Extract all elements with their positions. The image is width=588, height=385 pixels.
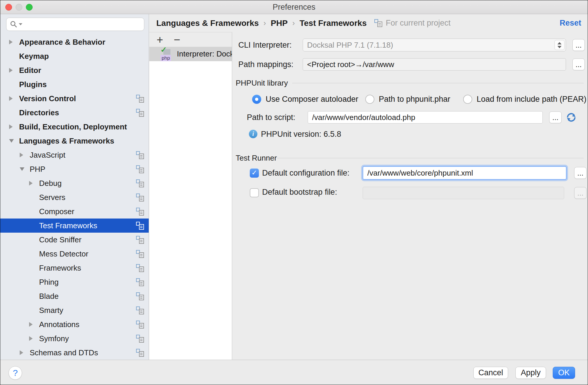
scope-indicator: For current project <box>374 19 451 28</box>
shared-settings-icon <box>136 250 144 258</box>
sidebar-item-debug[interactable]: Debug <box>0 176 149 190</box>
sidebar-item-label: Plugins <box>19 80 47 89</box>
minimize-window-icon[interactable] <box>16 4 22 11</box>
cli-interpreter-label: CLI Interpreter: <box>238 39 292 51</box>
reload-schema-icon[interactable] <box>565 111 577 123</box>
sidebar-item-label: JavaScript <box>30 151 65 160</box>
breadcrumb-item[interactable]: Test Frameworks <box>299 19 366 28</box>
current-project-icon <box>374 19 382 27</box>
reset-link[interactable]: Reset <box>559 19 581 28</box>
chevron-expanded-icon[interactable] <box>9 139 14 143</box>
cli-interpreter-browse-button[interactable]: ... <box>572 39 585 51</box>
sidebar-item-label: Debug <box>39 179 62 188</box>
default-bootstrap-field[interactable] <box>363 187 564 199</box>
sidebar-item-label: Blade <box>39 292 59 301</box>
sidebar-item-directories[interactable]: Directories <box>0 106 149 120</box>
default-configuration-browse-button[interactable]: ... <box>574 167 587 179</box>
chevron-collapsed-icon[interactable] <box>9 96 13 101</box>
sidebar-item-javascript[interactable]: JavaScript <box>0 148 149 162</box>
path-to-script-browse-button[interactable]: ... <box>549 111 562 123</box>
sidebar-item-label: Build, Execution, Deployment <box>19 122 127 131</box>
sidebar-item-label: Version Control <box>19 94 76 103</box>
sidebar-item-servers[interactable]: Servers <box>0 190 149 204</box>
search-options-caret-icon[interactable] <box>19 23 22 25</box>
sidebar-item-phing[interactable]: Phing <box>0 275 149 289</box>
radio-option-path-to-phpunit-phar[interactable]: Path to phpunit.phar <box>365 92 450 106</box>
cli-interpreter-value[interactable] <box>303 39 566 51</box>
radio-option-use-composer-autoloader[interactable]: Use Composer autoloader <box>252 92 358 106</box>
sidebar-item-frameworks[interactable]: Frameworks <box>0 261 149 275</box>
chevron-collapsed-icon[interactable] <box>20 153 23 157</box>
sidebar-item-languages-frameworks[interactable]: Languages & Frameworks <box>0 134 149 148</box>
sidebar-item-editor[interactable]: Editor <box>0 63 149 77</box>
sidebar-item-annotations[interactable]: Annotations <box>0 317 149 331</box>
sidebar-item-appearance-behavior[interactable]: Appearance & Behavior <box>0 35 149 49</box>
sidebar-item-keymap[interactable]: Keymap <box>0 49 149 63</box>
remove-button[interactable]: − <box>174 34 180 46</box>
radio-unselected-icon[interactable] <box>463 95 472 104</box>
path-mappings-field[interactable] <box>303 58 566 71</box>
interpreter-list-item[interactable]: ✓php Interpreter: Docks <box>149 47 232 61</box>
default-bootstrap-checkbox[interactable]: ✓ <box>250 188 259 197</box>
default-configuration-label: Default configuration file: <box>262 166 349 180</box>
phpunit-version-row: i PHPUnit version: 6.5.8 <box>232 128 588 140</box>
info-icon: i <box>249 130 257 138</box>
shared-settings-icon <box>136 335 144 343</box>
default-bootstrap-row: ✓ Default bootstrap file: ... <box>232 185 588 199</box>
search-input[interactable] <box>25 20 140 29</box>
help-button[interactable]: ? <box>9 366 22 380</box>
phpunit-library-section: PHPUnit library <box>232 76 588 89</box>
sidebar-item-code-sniffer[interactable]: Code Sniffer <box>0 233 149 247</box>
sidebar-item-build-execution-deployment[interactable]: Build, Execution, Deployment <box>0 120 149 134</box>
shared-settings-icon <box>136 264 144 272</box>
sidebar-item-label: Servers <box>39 193 66 202</box>
sidebar-item-version-control[interactable]: Version Control <box>0 91 149 106</box>
path-to-script-field[interactable] <box>308 111 543 124</box>
breadcrumb-item[interactable]: PHP <box>271 19 288 28</box>
search-field[interactable] <box>6 18 144 31</box>
close-window-icon[interactable] <box>5 4 12 11</box>
radio-option-load-from-include-path-pear[interactable]: Load from include path (PEAR) <box>463 92 587 106</box>
ok-button[interactable]: OK <box>553 367 575 379</box>
default-configuration-row: ✓ Default configuration file: ... <box>232 166 588 180</box>
combobox-stepper-icon[interactable] <box>555 40 564 50</box>
sidebar-item-symfony[interactable]: Symfony <box>0 331 149 346</box>
chevron-collapsed-icon[interactable] <box>9 68 13 73</box>
settings-sidebar: Appearance & BehaviorKeymapEditorPlugins… <box>0 14 149 360</box>
default-configuration-checkbox[interactable]: ✓ <box>250 169 259 178</box>
path-mappings-browse-button[interactable]: ... <box>572 59 585 70</box>
sidebar-item-schemas-and-dtds[interactable]: Schemas and DTDs <box>0 346 149 360</box>
settings-header: Languages & Frameworks › PHP › Test Fram… <box>149 14 588 32</box>
default-configuration-field[interactable] <box>363 166 567 180</box>
sidebar-item-smarty[interactable]: Smarty <box>0 303 149 317</box>
breadcrumb-item[interactable]: Languages & Frameworks <box>156 19 259 28</box>
add-button[interactable]: + <box>157 34 163 46</box>
sidebar-item-composer[interactable]: Composer <box>0 204 149 219</box>
sidebar-item-mess-detector[interactable]: Mess Detector <box>0 247 149 261</box>
sidebar-item-test-frameworks[interactable]: Test Frameworks <box>0 219 149 233</box>
cli-interpreter-combobox[interactable] <box>303 39 566 51</box>
chevron-collapsed-icon[interactable] <box>29 181 33 186</box>
phpunit-library-radio-group: Use Composer autoloaderPath to phpunit.p… <box>232 92 588 106</box>
chevron-collapsed-icon[interactable] <box>9 40 13 44</box>
chevron-expanded-icon[interactable] <box>20 167 24 171</box>
apply-button[interactable]: Apply <box>515 367 546 379</box>
sidebar-item-php[interactable]: PHP <box>0 162 149 176</box>
sidebar-item-label: Mess Detector <box>39 249 88 259</box>
chevron-collapsed-icon[interactable] <box>29 322 33 327</box>
cancel-button[interactable]: Cancel <box>473 367 508 379</box>
sidebar-item-plugins[interactable]: Plugins <box>0 77 149 91</box>
zoom-window-icon[interactable] <box>26 4 33 11</box>
sidebar-item-label: Phing <box>39 278 59 287</box>
shared-settings-icon <box>136 349 144 357</box>
radio-selected-icon[interactable] <box>252 95 261 104</box>
radio-unselected-icon[interactable] <box>365 95 374 104</box>
chevron-collapsed-icon[interactable] <box>20 350 23 355</box>
section-divider <box>277 158 584 158</box>
chevron-collapsed-icon[interactable] <box>29 336 33 341</box>
window-title: Preferences <box>0 0 588 14</box>
default-bootstrap-browse-button[interactable]: ... <box>574 187 587 199</box>
sidebar-item-blade[interactable]: Blade <box>0 289 149 303</box>
path-to-script-label: Path to script: <box>247 111 295 124</box>
chevron-collapsed-icon[interactable] <box>9 124 13 129</box>
